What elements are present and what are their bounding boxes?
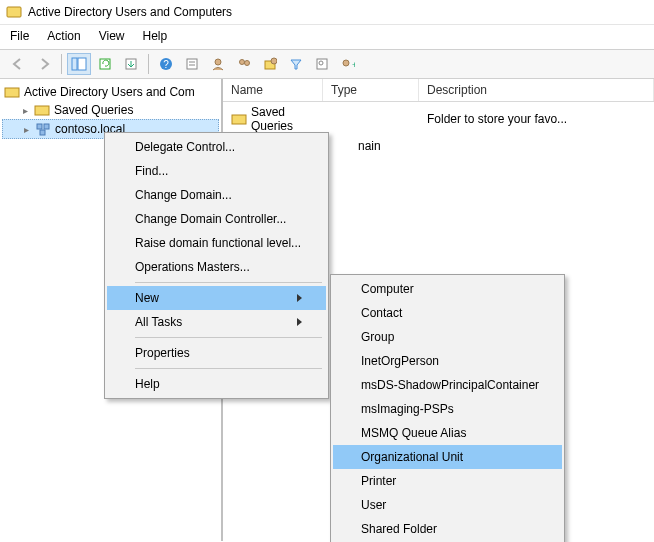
svg-point-11 [240,60,245,65]
svg-rect-19 [5,88,19,97]
new-user-button[interactable] [206,53,230,75]
smi-user[interactable]: User [333,493,562,517]
smi-group[interactable]: Group [333,325,562,349]
forward-button[interactable] [32,53,56,75]
svg-rect-0 [7,7,21,17]
list-header: Name Type Description [223,79,654,102]
domain-icon [35,121,51,137]
expander-icon[interactable]: ▸ [20,105,30,116]
smi-organizational-unit[interactable]: Organizational Unit [333,445,562,469]
svg-rect-22 [44,124,49,129]
smi-msmq[interactable]: MSMQ Queue Alias [333,421,562,445]
svg-text:+: + [352,60,355,70]
tree-saved-queries[interactable]: ▸ Saved Queries [2,101,219,119]
mi-help[interactable]: Help [107,372,326,396]
svg-rect-2 [78,58,86,70]
cell-description: Folder to store your favo... [419,104,654,134]
menu-bar: File Action View Help [0,25,654,49]
expander-icon[interactable]: ▸ [21,124,31,135]
column-header-name[interactable]: Name [223,79,323,101]
title-bar: Active Directory Users and Computers [0,0,654,25]
svg-rect-23 [40,130,45,135]
smi-contact[interactable]: Contact [333,301,562,325]
svg-point-12 [245,61,250,66]
menu-file[interactable]: File [10,29,29,43]
mi-delegate-control[interactable]: Delegate Control... [107,135,326,159]
menu-help[interactable]: Help [143,29,168,43]
separator-icon [148,54,149,74]
back-button[interactable] [6,53,30,75]
svg-rect-1 [72,58,77,70]
menu-view[interactable]: View [99,29,125,43]
context-menu: Delegate Control... Find... Change Domai… [104,132,329,399]
app-icon [6,4,22,20]
cell-name-fragment: nain [358,139,381,153]
add-to-group-button[interactable]: + [336,53,360,75]
mi-properties[interactable]: Properties [107,341,326,365]
column-header-type[interactable]: Type [323,79,419,101]
new-group-button[interactable] [232,53,256,75]
context-submenu-new: Computer Contact Group InetOrgPerson msD… [330,274,565,542]
svg-point-17 [343,60,349,66]
tree-saved-queries-label: Saved Queries [54,103,133,117]
export-list-button[interactable] [119,53,143,75]
new-ou-button[interactable] [258,53,282,75]
svg-rect-24 [232,115,246,124]
svg-rect-21 [37,124,42,129]
mi-new[interactable]: New [107,286,326,310]
menu-action[interactable]: Action [47,29,80,43]
svg-rect-15 [317,59,327,69]
help-button[interactable]: ? [154,53,178,75]
folder-icon [34,102,50,118]
mi-find[interactable]: Find... [107,159,326,183]
mi-all-tasks[interactable]: All Tasks [107,310,326,334]
mi-operations-masters[interactable]: Operations Masters... [107,255,326,279]
svg-text:?: ? [163,59,169,70]
properties-button[interactable] [180,53,204,75]
cell-name: Saved Queries [251,105,315,133]
smi-inetorgperson[interactable]: InetOrgPerson [333,349,562,373]
menu-separator [135,368,322,369]
cell-type [323,104,419,134]
list-row[interactable]: Saved Queries Folder to store your favo.… [223,102,654,136]
svg-point-10 [215,59,221,65]
menu-separator [135,337,322,338]
window-title: Active Directory Users and Computers [28,5,232,19]
mi-change-domain[interactable]: Change Domain... [107,183,326,207]
folder-icon [4,84,20,100]
mi-change-dc[interactable]: Change Domain Controller... [107,207,326,231]
svg-rect-7 [187,59,197,69]
smi-msimaging[interactable]: msImaging-PSPs [333,397,562,421]
svg-point-14 [271,58,277,64]
toolbar: ? + [0,49,654,79]
tree-root[interactable]: Active Directory Users and Com [2,83,219,101]
refresh-button[interactable] [93,53,117,75]
smi-printer[interactable]: Printer [333,469,562,493]
menu-separator [135,282,322,283]
svg-rect-20 [35,106,49,115]
separator-icon [61,54,62,74]
tree-root-label: Active Directory Users and Com [24,85,195,99]
column-header-description[interactable]: Description [419,79,654,101]
folder-icon [231,111,247,127]
smi-shadowprincipal[interactable]: msDS-ShadowPrincipalContainer [333,373,562,397]
filter-button[interactable] [284,53,308,75]
show-tree-button[interactable] [67,53,91,75]
find-button[interactable] [310,53,334,75]
smi-computer[interactable]: Computer [333,277,562,301]
smi-shared-folder[interactable]: Shared Folder [333,517,562,541]
mi-raise-level[interactable]: Raise domain functional level... [107,231,326,255]
